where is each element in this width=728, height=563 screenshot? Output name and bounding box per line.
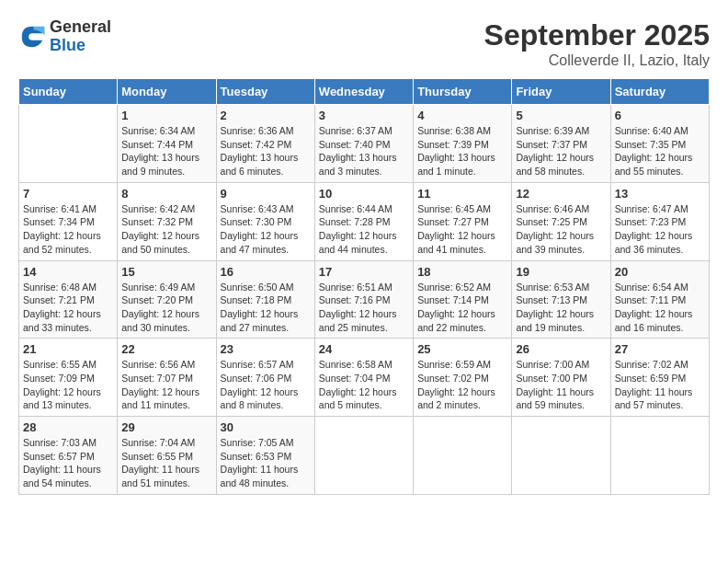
day-number: 2 <box>221 109 311 122</box>
title-block: September 2025 Colleverde II, Lazio, Ita… <box>484 18 710 69</box>
calendar-cell <box>414 417 512 495</box>
calendar-cell <box>314 417 413 495</box>
calendar-cell: 18Sunrise: 6:52 AM Sunset: 7:14 PM Dayli… <box>414 260 512 339</box>
calendar-cell: 14Sunrise: 6:48 AM Sunset: 7:21 PM Dayli… <box>19 260 118 339</box>
calendar-cell: 23Sunrise: 6:57 AM Sunset: 7:06 PM Dayli… <box>216 339 314 417</box>
day-info: Sunrise: 6:58 AM Sunset: 7:04 PM Dayligh… <box>319 358 409 412</box>
day-info: Sunrise: 7:00 AM Sunset: 7:00 PM Dayligh… <box>516 358 606 412</box>
week-row-3: 14Sunrise: 6:48 AM Sunset: 7:21 PM Dayli… <box>19 260 710 339</box>
day-number: 21 <box>23 342 113 356</box>
calendar-cell: 15Sunrise: 6:49 AM Sunset: 7:20 PM Dayli… <box>118 260 216 339</box>
calendar-cell: 8Sunrise: 6:42 AM Sunset: 7:32 PM Daylig… <box>118 182 216 260</box>
calendar-cell: 21Sunrise: 6:55 AM Sunset: 7:09 PM Dayli… <box>19 339 118 417</box>
calendar-cell: 5Sunrise: 6:39 AM Sunset: 7:37 PM Daylig… <box>512 105 610 183</box>
weekday-header-wednesday: Wednesday <box>314 79 413 105</box>
calendar-cell: 30Sunrise: 7:05 AM Sunset: 6:53 PM Dayli… <box>216 417 314 495</box>
logo-blue: Blue <box>50 37 111 55</box>
day-info: Sunrise: 6:56 AM Sunset: 7:07 PM Dayligh… <box>121 358 211 412</box>
calendar-cell: 25Sunrise: 6:59 AM Sunset: 7:02 PM Dayli… <box>414 339 512 417</box>
week-row-4: 21Sunrise: 6:55 AM Sunset: 7:09 PM Dayli… <box>19 339 710 417</box>
day-number: 16 <box>221 265 311 279</box>
day-info: Sunrise: 6:40 AM Sunset: 7:35 PM Dayligh… <box>615 124 705 178</box>
weekday-header-sunday: Sunday <box>19 79 118 105</box>
weekday-header-thursday: Thursday <box>414 79 512 105</box>
calendar-cell: 9Sunrise: 6:43 AM Sunset: 7:30 PM Daylig… <box>216 182 314 260</box>
calendar-cell: 7Sunrise: 6:41 AM Sunset: 7:34 PM Daylig… <box>19 182 118 260</box>
logo: General Blue <box>18 18 111 55</box>
day-number: 9 <box>221 187 311 201</box>
weekday-header-friday: Friday <box>512 79 610 105</box>
day-number: 19 <box>516 265 606 279</box>
day-info: Sunrise: 6:54 AM Sunset: 7:11 PM Dayligh… <box>615 281 705 335</box>
day-number: 14 <box>23 265 113 279</box>
day-info: Sunrise: 6:46 AM Sunset: 7:25 PM Dayligh… <box>516 202 606 257</box>
day-info: Sunrise: 6:51 AM Sunset: 7:16 PM Dayligh… <box>319 281 409 335</box>
day-number: 27 <box>615 342 705 356</box>
day-number: 1 <box>121 109 211 122</box>
day-info: Sunrise: 6:49 AM Sunset: 7:20 PM Dayligh… <box>121 281 211 335</box>
logo-text: General Blue <box>50 18 111 55</box>
day-info: Sunrise: 6:41 AM Sunset: 7:34 PM Dayligh… <box>23 202 113 257</box>
day-number: 8 <box>121 187 211 201</box>
day-info: Sunrise: 6:37 AM Sunset: 7:40 PM Dayligh… <box>319 124 409 178</box>
day-number: 10 <box>319 187 409 201</box>
day-info: Sunrise: 6:52 AM Sunset: 7:14 PM Dayligh… <box>417 281 507 335</box>
calendar-cell: 12Sunrise: 6:46 AM Sunset: 7:25 PM Dayli… <box>512 182 610 260</box>
calendar-cell: 27Sunrise: 7:02 AM Sunset: 6:59 PM Dayli… <box>610 339 709 417</box>
day-number: 3 <box>319 109 409 122</box>
day-number: 20 <box>615 265 705 279</box>
day-info: Sunrise: 6:38 AM Sunset: 7:39 PM Dayligh… <box>417 124 507 178</box>
day-info: Sunrise: 7:02 AM Sunset: 6:59 PM Dayligh… <box>615 358 705 412</box>
week-row-1: 1Sunrise: 6:34 AM Sunset: 7:44 PM Daylig… <box>19 105 710 183</box>
calendar-cell: 6Sunrise: 6:40 AM Sunset: 7:35 PM Daylig… <box>610 105 709 183</box>
day-info: Sunrise: 6:45 AM Sunset: 7:27 PM Dayligh… <box>417 202 507 257</box>
day-info: Sunrise: 6:36 AM Sunset: 7:42 PM Dayligh… <box>221 124 311 178</box>
calendar-cell: 3Sunrise: 6:37 AM Sunset: 7:40 PM Daylig… <box>314 105 413 183</box>
location-subtitle: Colleverde II, Lazio, Italy <box>484 52 710 69</box>
day-number: 7 <box>23 187 113 201</box>
day-info: Sunrise: 6:55 AM Sunset: 7:09 PM Dayligh… <box>23 358 113 412</box>
day-info: Sunrise: 6:43 AM Sunset: 7:30 PM Dayligh… <box>221 202 311 257</box>
calendar-cell: 10Sunrise: 6:44 AM Sunset: 7:28 PM Dayli… <box>314 182 413 260</box>
calendar-cell <box>610 417 709 495</box>
day-number: 13 <box>615 187 705 201</box>
day-number: 11 <box>417 187 507 201</box>
calendar-cell: 22Sunrise: 6:56 AM Sunset: 7:07 PM Dayli… <box>118 339 216 417</box>
day-info: Sunrise: 6:48 AM Sunset: 7:21 PM Dayligh… <box>23 281 113 335</box>
day-number: 22 <box>121 342 211 356</box>
calendar-cell: 1Sunrise: 6:34 AM Sunset: 7:44 PM Daylig… <box>118 105 216 183</box>
day-info: Sunrise: 6:39 AM Sunset: 7:37 PM Dayligh… <box>516 124 606 178</box>
day-number: 28 <box>23 420 113 434</box>
day-info: Sunrise: 6:59 AM Sunset: 7:02 PM Dayligh… <box>417 358 507 412</box>
day-number: 29 <box>121 420 211 434</box>
day-info: Sunrise: 6:44 AM Sunset: 7:28 PM Dayligh… <box>319 202 409 257</box>
day-number: 26 <box>516 342 606 356</box>
day-info: Sunrise: 6:53 AM Sunset: 7:13 PM Dayligh… <box>516 281 606 335</box>
calendar-cell: 4Sunrise: 6:38 AM Sunset: 7:39 PM Daylig… <box>414 105 512 183</box>
day-info: Sunrise: 6:50 AM Sunset: 7:18 PM Dayligh… <box>221 281 311 335</box>
day-info: Sunrise: 7:04 AM Sunset: 6:55 PM Dayligh… <box>121 436 211 490</box>
calendar-cell: 16Sunrise: 6:50 AM Sunset: 7:18 PM Dayli… <box>216 260 314 339</box>
calendar-cell: 24Sunrise: 6:58 AM Sunset: 7:04 PM Dayli… <box>314 339 413 417</box>
calendar-cell: 19Sunrise: 6:53 AM Sunset: 7:13 PM Dayli… <box>512 260 610 339</box>
day-info: Sunrise: 6:42 AM Sunset: 7:32 PM Dayligh… <box>121 202 211 257</box>
day-number: 5 <box>516 109 606 122</box>
weekday-header-monday: Monday <box>118 79 216 105</box>
logo-general: General <box>50 18 111 37</box>
calendar-cell: 28Sunrise: 7:03 AM Sunset: 6:57 PM Dayli… <box>19 417 118 495</box>
day-info: Sunrise: 6:47 AM Sunset: 7:23 PM Dayligh… <box>615 202 705 257</box>
calendar-cell: 20Sunrise: 6:54 AM Sunset: 7:11 PM Dayli… <box>610 260 709 339</box>
day-number: 23 <box>221 342 311 356</box>
weekday-header-row: SundayMondayTuesdayWednesdayThursdayFrid… <box>19 79 710 105</box>
calendar-cell: 17Sunrise: 6:51 AM Sunset: 7:16 PM Dayli… <box>314 260 413 339</box>
day-number: 6 <box>615 109 705 122</box>
day-info: Sunrise: 7:05 AM Sunset: 6:53 PM Dayligh… <box>221 436 311 490</box>
day-number: 15 <box>121 265 211 279</box>
calendar-cell: 29Sunrise: 7:04 AM Sunset: 6:55 PM Dayli… <box>118 417 216 495</box>
week-row-5: 28Sunrise: 7:03 AM Sunset: 6:57 PM Dayli… <box>19 417 710 495</box>
day-info: Sunrise: 7:03 AM Sunset: 6:57 PM Dayligh… <box>23 436 113 490</box>
calendar-cell <box>512 417 610 495</box>
week-row-2: 7Sunrise: 6:41 AM Sunset: 7:34 PM Daylig… <box>19 182 710 260</box>
logo-icon <box>18 23 46 51</box>
day-number: 18 <box>417 265 507 279</box>
